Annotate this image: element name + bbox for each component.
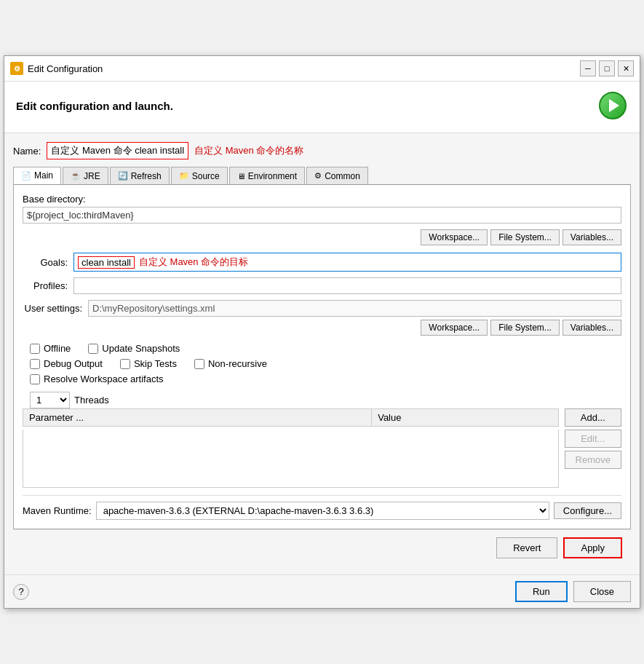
user-settings-label: User settings: (23, 303, 88, 314)
footer-right-buttons: Run Close (515, 581, 631, 602)
name-row: Name: 自定义 Maven 命令 clean install 自定义 Mav… (13, 142, 631, 159)
settings-workspace-button[interactable]: Workspace... (421, 320, 488, 336)
settings-filesystem-button[interactable]: File System... (490, 320, 560, 336)
non-recursive-label: Non-recursive (208, 358, 267, 369)
checkboxes-section: Offline Update Snapshots Debug Output Sk… (23, 343, 621, 384)
offline-checkbox[interactable] (30, 344, 40, 354)
update-snapshots-checkbox[interactable] (88, 344, 98, 354)
params-area: Parameter ... Value Add... Edit... Remov… (23, 408, 621, 488)
add-param-button[interactable]: Add... (565, 408, 621, 427)
goals-hint: 自定义 Maven 命令的目标 (139, 256, 248, 269)
maven-runtime-label: Maven Runtime: (23, 505, 92, 516)
goals-inner-box: clean install (78, 256, 135, 269)
edit-param-button[interactable]: Edit... (565, 430, 621, 448)
maximize-button[interactable]: □ (599, 60, 615, 76)
revert-button[interactable]: Revert (496, 537, 557, 558)
user-settings-input[interactable] (88, 300, 621, 317)
tabs-bar: 📄 Main ☕ JRE 🔄 Refresh 📁 Source 🖥 Enviro… (13, 167, 631, 185)
base-workspace-button[interactable]: Workspace... (421, 229, 488, 245)
help-button[interactable]: ? (13, 584, 29, 600)
offline-label: Offline (44, 343, 71, 354)
update-snapshots-label: Update Snapshots (102, 343, 180, 354)
name-label: Name: (13, 146, 41, 157)
tab-common[interactable]: ⚙ Common (306, 167, 368, 184)
params-table-body (23, 430, 559, 488)
title-bar-left: ⚙ Edit Configuration (10, 62, 103, 75)
tab-refresh-label: Refresh (131, 171, 162, 181)
params-table-section: Parameter ... Value (23, 408, 559, 488)
tab-refresh[interactable]: 🔄 Refresh (110, 167, 170, 184)
minimize-button[interactable]: ─ (580, 60, 596, 76)
window-title: Edit Configuration (28, 63, 103, 74)
edit-configuration-window: ⚙ Edit Configuration ─ □ ✕ Edit configur… (4, 55, 640, 609)
non-recursive-checkbox[interactable] (194, 359, 204, 369)
maven-runtime-select[interactable]: apache-maven-3.6.3 (EXTERNAL D:\apache-m… (96, 502, 549, 520)
profiles-input[interactable] (73, 277, 621, 294)
debug-output-label: Debug Output (44, 358, 103, 369)
base-dir-buttons: Workspace... File System... Variables... (23, 229, 621, 245)
run-button[interactable]: Run (515, 581, 568, 602)
base-directory-row: Base directory: (23, 194, 621, 224)
tab-source-label: Source (192, 171, 220, 181)
value-header: Value (372, 409, 558, 427)
tab-main-label: Main (34, 170, 53, 181)
debug-output-checkbox-item[interactable]: Debug Output (30, 358, 103, 369)
base-variables-button[interactable]: Variables... (562, 229, 621, 245)
user-settings-buttons: Workspace... File System... Variables... (23, 320, 621, 336)
update-snapshots-checkbox-item[interactable]: Update Snapshots (88, 343, 180, 354)
header-section: Edit configuration and launch. (4, 82, 640, 133)
header-title: Edit configuration and launch. (16, 100, 173, 112)
threads-select[interactable]: 1 2 4 (30, 392, 70, 408)
skip-tests-checkbox[interactable] (120, 359, 130, 369)
non-recursive-checkbox-item[interactable]: Non-recursive (194, 358, 267, 369)
tab-environment[interactable]: 🖥 Environment (229, 167, 305, 184)
params-table: Parameter ... Value (23, 408, 559, 427)
tab-main[interactable]: 📄 Main (13, 167, 61, 184)
content-area: Name: 自定义 Maven 命令 clean install 自定义 Mav… (4, 133, 640, 574)
title-bar: ⚙ Edit Configuration ─ □ ✕ (4, 56, 640, 82)
checkbox-row-3: Resolve Workspace artifacts (30, 374, 621, 384)
name-hint: 自定义 Maven 命令的名称 (194, 144, 303, 157)
environment-tab-icon: 🖥 (237, 172, 245, 181)
threads-row: 1 2 4 Threads (23, 392, 621, 408)
close-window-button[interactable]: ✕ (618, 60, 634, 76)
close-dialog-button[interactable]: Close (573, 581, 631, 602)
checkbox-row-1: Offline Update Snapshots (30, 343, 621, 354)
tab-source[interactable]: 📁 Source (171, 167, 228, 184)
user-settings-row: User settings: (23, 300, 621, 317)
tab-environment-label: Environment (248, 171, 297, 181)
resolve-workspace-checkbox-item[interactable]: Resolve Workspace artifacts (30, 374, 164, 384)
bottom-buttons-row: Revert Apply (13, 529, 631, 566)
goals-input-wrapper: clean install 自定义 Maven 命令的目标 (73, 253, 621, 272)
jre-tab-icon: ☕ (71, 171, 81, 181)
app-icon: ⚙ (10, 62, 23, 75)
goals-row: Goals: clean install 自定义 Maven 命令的目标 (23, 253, 621, 272)
footer-bar: ? Run Close (4, 574, 640, 608)
settings-variables-button[interactable]: Variables... (562, 320, 621, 336)
offline-checkbox-item[interactable]: Offline (30, 343, 71, 354)
common-tab-icon: ⚙ (314, 171, 322, 181)
play-icon (609, 99, 619, 112)
maven-runtime-row: Maven Runtime: apache-maven-3.6.3 (EXTER… (23, 495, 621, 520)
play-circle (599, 92, 627, 119)
resolve-workspace-label: Resolve Workspace artifacts (44, 374, 164, 384)
profiles-row: Profiles: (23, 277, 621, 294)
window-controls: ─ □ ✕ (580, 60, 634, 76)
remove-param-button[interactable]: Remove (565, 451, 621, 469)
base-filesystem-button[interactable]: File System... (490, 229, 560, 245)
goals-label: Goals: (23, 257, 73, 268)
apply-button[interactable]: Apply (563, 537, 622, 558)
base-directory-input[interactable] (23, 207, 621, 224)
tab-jre[interactable]: ☕ JRE (63, 167, 108, 184)
profiles-label: Profiles: (23, 280, 73, 291)
name-value-box: 自定义 Maven 命令 clean install (47, 142, 188, 159)
param-header: Parameter ... (23, 409, 372, 427)
resolve-workspace-checkbox[interactable] (30, 374, 40, 384)
skip-tests-checkbox-item[interactable]: Skip Tests (120, 358, 177, 369)
params-action-buttons: Add... Edit... Remove (565, 408, 621, 488)
skip-tests-label: Skip Tests (134, 358, 177, 369)
debug-output-checkbox[interactable] (30, 359, 40, 369)
base-directory-label: Base directory: (23, 194, 621, 205)
run-launch-button[interactable] (597, 90, 628, 121)
configure-button[interactable]: Configure... (554, 502, 621, 519)
